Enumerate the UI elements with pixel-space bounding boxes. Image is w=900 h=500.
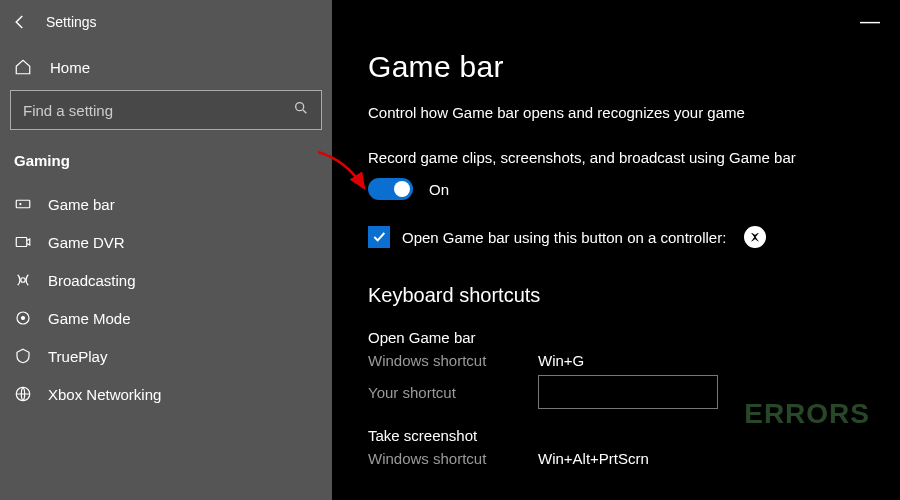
sidebar-item-game-mode[interactable]: Game Mode [0, 299, 332, 337]
shortcut-title: Open Game bar [368, 329, 900, 346]
sidebar-item-label: Game DVR [48, 234, 125, 251]
dvr-icon [14, 233, 32, 251]
controller-checkbox-row: Open Game bar using this button on a con… [368, 226, 900, 248]
xbox-networking-icon [14, 385, 32, 403]
shortcut-group-take-screenshot: Take screenshot Windows shortcut Win+Alt… [368, 427, 900, 467]
sidebar-item-trueplay[interactable]: TruePlay [0, 337, 332, 375]
svg-point-0 [296, 103, 304, 111]
your-shortcut-label: Your shortcut [368, 384, 538, 401]
search-icon [293, 100, 309, 120]
shortcut-group-open-game-bar: Open Game bar Windows shortcut Win+G You… [368, 329, 900, 409]
window-title: Settings [46, 14, 97, 30]
toggle-knob [394, 181, 410, 197]
broadcast-icon [14, 271, 32, 289]
controller-checkbox-label: Open Game bar using this button on a con… [402, 229, 726, 246]
sidebar-item-label: Game bar [48, 196, 115, 213]
record-toggle-row: On [368, 178, 900, 200]
page-description: Control how Game bar opens and recognize… [368, 104, 900, 121]
svg-rect-2 [16, 238, 27, 247]
sidebar-item-game-bar[interactable]: Game bar [0, 185, 332, 223]
home-row[interactable]: Home [0, 48, 332, 90]
home-icon [14, 58, 32, 76]
page-title: Game bar [368, 50, 900, 84]
search-input[interactable] [23, 102, 266, 119]
game-bar-icon [14, 195, 32, 213]
xbox-icon [744, 226, 766, 248]
sidebar-item-game-dvr[interactable]: Game DVR [0, 223, 332, 261]
record-label: Record game clips, screenshots, and broa… [368, 149, 900, 166]
win-shortcut-label: Windows shortcut [368, 450, 538, 467]
back-button[interactable] [10, 12, 30, 32]
win-shortcut-label: Windows shortcut [368, 352, 538, 369]
record-toggle[interactable] [368, 178, 413, 200]
sidebar: Settings Home Gaming Game bar Game DVR B… [0, 0, 332, 500]
search-box[interactable] [10, 90, 322, 130]
game-mode-icon [14, 309, 32, 327]
win-shortcut-value: Win+G [538, 352, 584, 369]
watermark: ERRORS [744, 398, 870, 430]
sidebar-item-label: Broadcasting [48, 272, 136, 289]
toggle-state-label: On [429, 181, 449, 198]
svg-point-3 [21, 278, 26, 283]
your-shortcut-input[interactable] [538, 375, 718, 409]
sidebar-item-xbox-networking[interactable]: Xbox Networking [0, 375, 332, 413]
svg-rect-1 [16, 200, 30, 208]
home-label: Home [50, 59, 90, 76]
sidebar-item-label: Xbox Networking [48, 386, 161, 403]
svg-point-5 [22, 317, 25, 320]
win-shortcut-value: Win+Alt+PrtScrn [538, 450, 649, 467]
shortcuts-heading: Keyboard shortcuts [368, 284, 900, 307]
minimize-button[interactable]: — [860, 10, 880, 33]
sidebar-item-label: Game Mode [48, 310, 131, 327]
controller-checkbox[interactable] [368, 226, 390, 248]
trueplay-icon [14, 347, 32, 365]
category-header: Gaming [0, 142, 332, 185]
sidebar-item-label: TruePlay [48, 348, 107, 365]
sidebar-item-broadcasting[interactable]: Broadcasting [0, 261, 332, 299]
titlebar: Settings [0, 6, 332, 48]
